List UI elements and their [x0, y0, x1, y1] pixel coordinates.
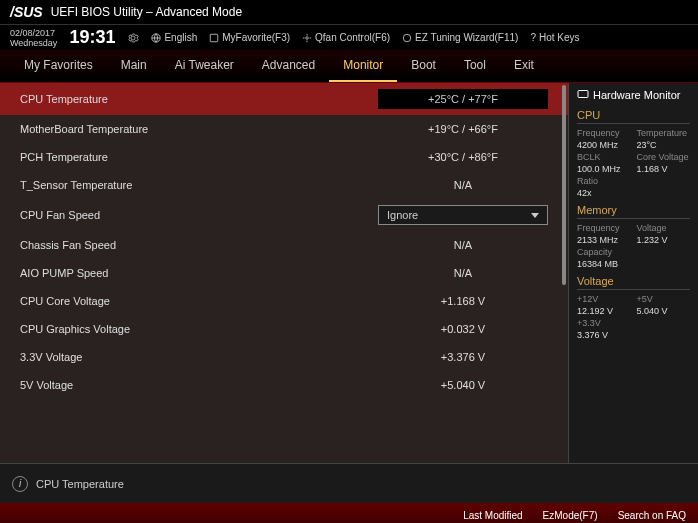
svg-rect-1: [210, 34, 218, 42]
svg-rect-4: [578, 91, 588, 98]
row-value: +5.040 V: [378, 379, 548, 391]
sidebar-title: Hardware Monitor: [577, 89, 690, 101]
tab-boot[interactable]: Boot: [397, 50, 450, 82]
sb-value: 16384 MB: [577, 259, 631, 269]
tab-advanced[interactable]: Advanced: [248, 50, 329, 82]
sb-value: 4200 MHz: [577, 140, 631, 150]
date: 02/08/2017: [10, 28, 57, 38]
row-aio-pump[interactable]: AIO PUMP Speed N/A: [0, 259, 568, 287]
hotkeys-button[interactable]: ? Hot Keys: [530, 32, 579, 43]
row-chassis-fan[interactable]: Chassis Fan Speed N/A: [0, 231, 568, 259]
svg-point-3: [403, 34, 411, 42]
row-cpu-temp[interactable]: CPU Temperature +25°C / +77°F: [0, 83, 568, 115]
row-33v[interactable]: 3.3V Voltage +3.376 V: [0, 343, 568, 371]
sb-label: +5V: [637, 294, 691, 304]
sb-label: Capacity: [577, 247, 631, 257]
sb-label: Frequency: [577, 223, 631, 233]
row-value: +19°C / +66°F: [378, 123, 548, 135]
sidebar-cpu-heading: CPU: [577, 109, 690, 124]
bios-title: UEFI BIOS Utility – Advanced Mode: [51, 5, 242, 19]
sb-value: 23°C: [637, 140, 691, 150]
sb-value: 1.232 V: [637, 235, 691, 245]
day: Wednesday: [10, 38, 57, 48]
favorite-icon: [209, 33, 219, 43]
row-pch-temp[interactable]: PCH Temperature +30°C / +86°F: [0, 143, 568, 171]
info-bar: i CPU Temperature: [0, 463, 698, 503]
row-cpu-corev[interactable]: CPU Core Voltage +1.168 V: [0, 287, 568, 315]
sb-label: +3.3V: [577, 318, 631, 328]
row-value: N/A: [378, 179, 548, 191]
tab-main[interactable]: Main: [107, 50, 161, 82]
header: /SUS UEFI BIOS Utility – Advanced Mode: [0, 0, 698, 25]
row-label: CPU Fan Speed: [20, 209, 378, 221]
row-value: +1.168 V: [378, 295, 548, 307]
sb-value: 1.168 V: [637, 164, 691, 174]
globe-icon: [151, 33, 161, 43]
sb-value: 12.192 V: [577, 306, 631, 316]
hardware-monitor-sidebar: Hardware Monitor CPU Frequency Temperatu…: [568, 83, 698, 463]
sb-value: 5.040 V: [637, 306, 691, 316]
monitor-content: CPU Temperature +25°C / +77°F MotherBoar…: [0, 83, 568, 463]
row-label: AIO PUMP Speed: [20, 267, 378, 279]
tab-myfavorites[interactable]: My Favorites: [10, 50, 107, 82]
chevron-down-icon: [531, 213, 539, 218]
topbar: 02/08/2017 Wednesday 19:31 English MyFav…: [0, 25, 698, 50]
tab-exit[interactable]: Exit: [500, 50, 548, 82]
row-value: +30°C / +86°F: [378, 151, 548, 163]
tab-monitor[interactable]: Monitor: [329, 50, 397, 82]
footer-actions: Last Modified EzMode(F7) Search on FAQ: [0, 503, 698, 523]
wizard-icon: [402, 33, 412, 43]
info-icon: i: [12, 476, 28, 492]
row-label: CPU Graphics Voltage: [20, 323, 378, 335]
row-label: 5V Voltage: [20, 379, 378, 391]
sb-label: Temperature: [637, 128, 691, 138]
eztuning-button[interactable]: EZ Tuning Wizard(F11): [402, 32, 518, 43]
time: 19:31: [69, 27, 115, 48]
sb-label: BCLK: [577, 152, 631, 162]
sb-label: Voltage: [637, 223, 691, 233]
row-label: T_Sensor Temperature: [20, 179, 378, 191]
row-value: +0.032 V: [378, 323, 548, 335]
row-tsensor-temp[interactable]: T_Sensor Temperature N/A: [0, 171, 568, 199]
row-mb-temp[interactable]: MotherBoard Temperature +19°C / +66°F: [0, 115, 568, 143]
datetime: 02/08/2017 Wednesday: [10, 28, 57, 48]
row-value: N/A: [378, 267, 548, 279]
sb-value: 42x: [577, 188, 631, 198]
sidebar-voltage-heading: Voltage: [577, 275, 690, 290]
asus-logo: /SUS: [10, 4, 43, 20]
row-cpu-fan[interactable]: CPU Fan Speed Ignore: [0, 199, 568, 231]
sb-label: Core Voltage: [637, 152, 691, 162]
sb-label: Ratio: [577, 176, 631, 186]
row-value: +3.376 V: [378, 351, 548, 363]
settings-gear-icon[interactable]: [127, 32, 139, 44]
last-modified-button[interactable]: Last Modified: [463, 510, 522, 521]
qfan-button[interactable]: Qfan Control(F6): [302, 32, 390, 43]
main-tabs: My Favorites Main Ai Tweaker Advanced Mo…: [0, 50, 698, 83]
info-text: CPU Temperature: [36, 478, 124, 490]
tab-aitweaker[interactable]: Ai Tweaker: [161, 50, 248, 82]
svg-point-2: [306, 36, 309, 39]
row-value: +25°C / +77°F: [378, 89, 548, 109]
hotkey-icon: ?: [530, 32, 536, 43]
row-5v[interactable]: 5V Voltage +5.040 V: [0, 371, 568, 399]
sb-value: 100.0 MHz: [577, 164, 631, 174]
row-label: CPU Temperature: [20, 93, 378, 105]
row-cpu-graphicsv[interactable]: CPU Graphics Voltage +0.032 V: [0, 315, 568, 343]
sb-label: +12V: [577, 294, 631, 304]
sb-value: 2133 MHz: [577, 235, 631, 245]
scrollbar[interactable]: [562, 85, 566, 285]
cpu-fan-dropdown[interactable]: Ignore: [378, 205, 548, 225]
sb-label: Frequency: [577, 128, 631, 138]
myfavorite-button[interactable]: MyFavorite(F3): [209, 32, 290, 43]
language-selector[interactable]: English: [151, 32, 197, 43]
row-label: MotherBoard Temperature: [20, 123, 378, 135]
row-label: PCH Temperature: [20, 151, 378, 163]
sidebar-memory-heading: Memory: [577, 204, 690, 219]
row-label: 3.3V Voltage: [20, 351, 378, 363]
ezmode-button[interactable]: EzMode(F7): [543, 510, 598, 521]
row-label: CPU Core Voltage: [20, 295, 378, 307]
sb-value: 3.376 V: [577, 330, 631, 340]
monitor-icon: [577, 89, 589, 101]
search-faq-button[interactable]: Search on FAQ: [618, 510, 686, 521]
tab-tool[interactable]: Tool: [450, 50, 500, 82]
